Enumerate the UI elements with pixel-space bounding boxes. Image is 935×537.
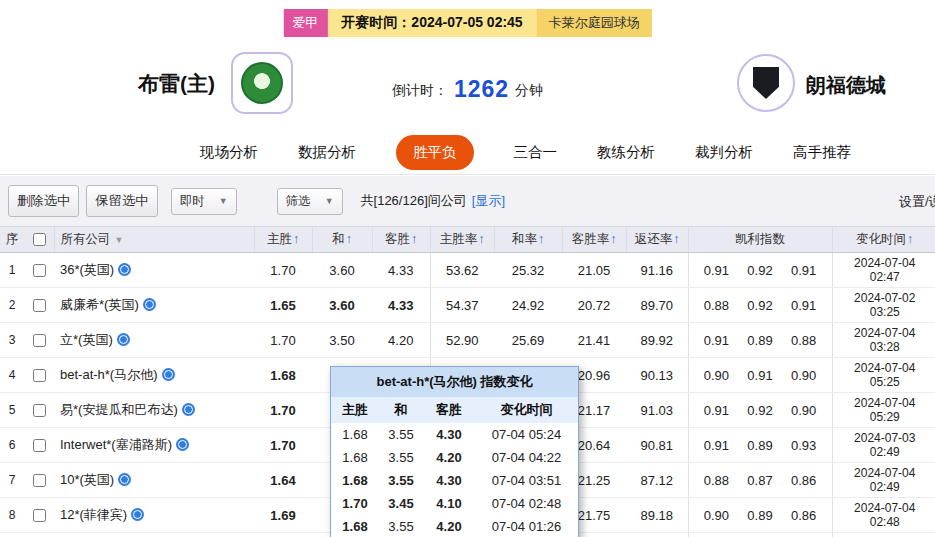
row-checkbox[interactable] xyxy=(33,264,46,277)
kelly-indices: 0.880.870.86 xyxy=(688,463,832,498)
tab-three-in-one[interactable]: 三合一 xyxy=(514,143,558,162)
header-company[interactable]: 所有公司▼ xyxy=(54,227,254,253)
row-checkbox[interactable] xyxy=(33,299,46,312)
table-row: 1 36*(英国) 1.70 3.60 4.33 53.62 25.32 21.… xyxy=(0,253,935,288)
live-odds-dropdown[interactable]: 即时 ▼ xyxy=(171,188,237,215)
home-odds-value[interactable]: 1.65 xyxy=(254,288,312,323)
company-name[interactable]: 立*(英国) xyxy=(60,332,113,347)
popup-header-away: 客胜 xyxy=(423,397,475,423)
change-time-value: 2024-07-0302:49 xyxy=(832,428,935,463)
company-name[interactable]: 12*(菲律宾) xyxy=(60,507,127,522)
payout-rate-value: 90.81 xyxy=(626,428,688,463)
kelly-indices: 0.910.920.91 xyxy=(688,253,832,288)
row-checkbox[interactable] xyxy=(33,334,46,347)
select-all-checkbox[interactable] xyxy=(33,233,46,246)
home-odds-value[interactable]: 1.74 xyxy=(254,533,312,537)
popup-home-odds: 1.70 xyxy=(331,492,379,515)
kelly-home-value: 0.91 xyxy=(704,438,729,453)
kelly-draw-value: 0.91 xyxy=(747,368,772,383)
header-draw-odds[interactable]: 和↑ xyxy=(312,227,372,253)
header-payout[interactable]: 返还率↑ xyxy=(626,227,688,253)
company-name[interactable]: Interwet*(塞浦路斯) xyxy=(60,437,172,452)
header-away-odds[interactable]: 客胜↑ xyxy=(372,227,430,253)
draw-rate-value: 25.32 xyxy=(494,253,562,288)
company-name[interactable]: 36*(英国) xyxy=(60,262,114,277)
kelly-draw-value: 0.92 xyxy=(747,263,772,278)
tab-expert-picks[interactable]: 高手推荐 xyxy=(793,143,851,162)
odds-history-popup: bet-at-h*(马尔他) 指数变化 主胜 和 客胜 变化时间 1.68 3.… xyxy=(330,366,579,537)
away-odds-value[interactable]: 4.33 xyxy=(372,253,430,288)
change-time-value: 2024-07-0405:29 xyxy=(832,393,935,428)
row-checkbox[interactable] xyxy=(33,439,46,452)
row-checkbox[interactable] xyxy=(33,404,46,417)
tab-1x2-odds[interactable]: 胜平负 xyxy=(396,135,474,170)
kelly-indices xyxy=(688,533,832,537)
header-time-label: 变化时间 xyxy=(856,232,906,246)
row-checkbox[interactable] xyxy=(33,474,46,487)
popup-header-home: 主胜 xyxy=(331,397,379,423)
away-win-rate-value: 21.41 xyxy=(562,323,626,358)
row-checkbox[interactable] xyxy=(33,509,46,522)
kelly-draw-value: 0.92 xyxy=(747,298,772,313)
home-odds-value[interactable]: 1.69 xyxy=(254,498,312,533)
kelly-indices: 0.900.890.86 xyxy=(688,498,832,533)
away-odds-value[interactable]: 4.33 xyxy=(372,288,430,323)
company-detail-icon[interactable] xyxy=(117,333,130,346)
company-detail-icon[interactable] xyxy=(176,438,189,451)
home-odds-value[interactable]: 1.70 xyxy=(254,393,312,428)
filter-dropdown[interactable]: 筛选 ▼ xyxy=(277,188,343,215)
tab-live-analysis[interactable]: 现场分析 xyxy=(200,143,258,162)
popup-draw-odds: 3.45 xyxy=(379,492,423,515)
company-cell: 立*(英国) xyxy=(54,323,254,358)
tab-data-analysis[interactable]: 数据分析 xyxy=(298,143,356,162)
away-odds-value[interactable]: 4.20 xyxy=(372,323,430,358)
home-odds-value[interactable]: 1.64 xyxy=(254,463,312,498)
league-badge[interactable]: 爱甲 xyxy=(283,9,327,37)
show-link[interactable]: [显示] xyxy=(472,192,505,210)
popup-away-odds: 4.10 xyxy=(423,492,475,515)
analysis-nav: 现场分析 数据分析 胜平负 三合一 教练分析 裁判分析 高手推荐 xyxy=(0,130,935,175)
draw-odds-value[interactable]: 3.50 xyxy=(312,323,372,358)
row-checkbox[interactable] xyxy=(33,369,46,382)
sort-asc-icon: ↑ xyxy=(478,232,484,246)
company-detail-icon[interactable] xyxy=(143,298,156,311)
draw-odds-value[interactable]: 3.60 xyxy=(312,253,372,288)
header-away-rate[interactable]: 客胜率↑ xyxy=(562,227,626,253)
kelly-home-value: 0.91 xyxy=(704,263,729,278)
header-draw-rate[interactable]: 和率↑ xyxy=(494,227,562,253)
home-odds-value[interactable]: 1.68 xyxy=(254,358,312,393)
row-checkbox-cell xyxy=(24,498,54,533)
header-home-odds[interactable]: 主胜↑ xyxy=(254,227,312,253)
header-change-time[interactable]: 变化时间↑ xyxy=(832,227,935,253)
header-home-rate[interactable]: 主胜率↑ xyxy=(430,227,494,253)
popup-home-odds: 1.68 xyxy=(331,446,379,469)
settings-link[interactable]: 设置/说明 xyxy=(899,193,935,211)
row-checkbox-cell xyxy=(24,393,54,428)
tab-coach-analysis[interactable]: 教练分析 xyxy=(597,143,655,162)
home-odds-value[interactable]: 1.70 xyxy=(254,323,312,358)
kelly-indices: 0.910.890.88 xyxy=(688,323,832,358)
popup-odds-row: 1.68 3.55 4.30 07-04 03:51 xyxy=(331,469,578,492)
company-filter-icon[interactable]: ▼ xyxy=(115,235,124,245)
company-name[interactable]: 10*(英国) xyxy=(60,472,114,487)
company-detail-icon[interactable] xyxy=(118,473,131,486)
kelly-home-value: 0.88 xyxy=(704,298,729,313)
popup-header-draw: 和 xyxy=(379,397,423,423)
keep-selected-button[interactable]: 保留选中 xyxy=(86,185,157,217)
company-name[interactable]: bet-at-h*(马尔他) xyxy=(60,367,158,382)
tab-referee-analysis[interactable]: 裁判分析 xyxy=(695,143,753,162)
popup-odds-row: 1.68 3.55 4.20 07-04 01:26 xyxy=(331,515,578,537)
company-detail-icon[interactable] xyxy=(118,263,131,276)
company-detail-icon[interactable] xyxy=(182,403,195,416)
company-name[interactable]: 易*(安提瓜和巴布达) xyxy=(60,402,178,417)
company-detail-icon[interactable] xyxy=(131,508,144,521)
company-detail-icon[interactable] xyxy=(162,368,175,381)
away-win-rate-value: 20.72 xyxy=(562,288,626,323)
company-name[interactable]: 威廉希*(英国) xyxy=(60,297,139,312)
delete-selected-button[interactable]: 删除选中 xyxy=(8,185,79,217)
popup-draw-odds: 3.55 xyxy=(379,423,423,446)
draw-odds-value[interactable]: 3.60 xyxy=(312,288,372,323)
home-odds-value[interactable]: 1.70 xyxy=(254,428,312,463)
home-odds-value[interactable]: 1.70 xyxy=(254,253,312,288)
header-company-label: 所有公司 xyxy=(61,232,111,246)
